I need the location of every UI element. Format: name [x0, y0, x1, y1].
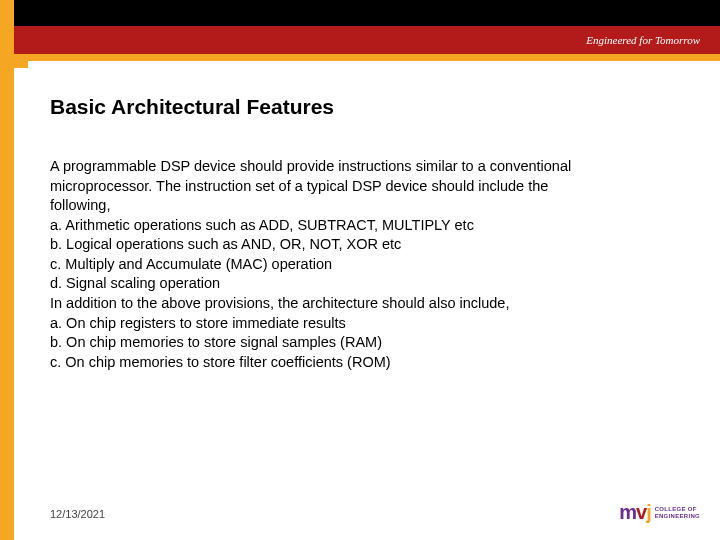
logo-letter-m: m	[619, 501, 636, 524]
logo-letter-j: j	[646, 501, 651, 524]
orange-left-sidebar	[0, 0, 14, 540]
body-line: d. Signal scaling operation	[50, 274, 680, 294]
body-line: In addition to the above provisions, the…	[50, 294, 680, 314]
logo-text-line1: COLLEGE OF	[655, 506, 700, 513]
footer-date: 12/13/2021	[50, 508, 105, 520]
body-line: a. Arithmetic operations such as ADD, SU…	[50, 216, 680, 236]
slide-content: Basic Architectural Features A programma…	[50, 95, 680, 372]
orange-horizontal-band	[0, 54, 720, 61]
orange-corner-notch	[14, 54, 28, 68]
logo-text-line2: ENGINEERING	[655, 513, 700, 520]
body-line: microprocessor. The instruction set of a…	[50, 177, 680, 197]
header-tagline: Engineered for Tomorrow	[586, 34, 700, 46]
body-line: c. Multiply and Accumulate (MAC) operati…	[50, 255, 680, 275]
body-line: b. On chip memories to store signal samp…	[50, 333, 680, 353]
body-line: following,	[50, 196, 680, 216]
slide-body: A programmable DSP device should provide…	[50, 157, 680, 372]
body-line: a. On chip registers to store immediate …	[50, 314, 680, 334]
footer-logo: mvj COLLEGE OF ENGINEERING	[619, 501, 700, 524]
body-line: b. Logical operations such as AND, OR, N…	[50, 235, 680, 255]
logo-letter-v: v	[636, 501, 646, 524]
top-black-bar	[0, 0, 720, 26]
slide-title: Basic Architectural Features	[50, 95, 680, 119]
logo-text: COLLEGE OF ENGINEERING	[655, 506, 700, 519]
body-line: A programmable DSP device should provide…	[50, 157, 680, 177]
red-header-band: Engineered for Tomorrow	[0, 26, 720, 54]
body-line: c. On chip memories to store filter coef…	[50, 353, 680, 373]
logo-mark: mvj	[619, 501, 650, 524]
